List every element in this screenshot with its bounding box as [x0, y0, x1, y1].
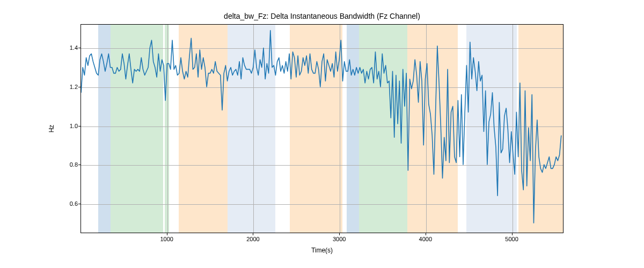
xtick-label: 2000	[246, 236, 259, 242]
chart-container: delta_bw_Fz: Delta Instantaneous Bandwid…	[0, 0, 644, 268]
series-path	[81, 31, 561, 223]
ytick-label: 0.8	[59, 161, 78, 168]
xtick-label: 4000	[419, 236, 432, 242]
x-axis-label: Time(s)	[311, 247, 333, 254]
y-axis-label: Hz	[48, 125, 55, 133]
xtick-label: 3000	[333, 236, 346, 242]
xtick-mark	[339, 233, 340, 235]
ytick-label: 1.4	[59, 44, 78, 51]
xtick-label: 5000	[505, 236, 518, 242]
ytick-label: 0.6	[59, 200, 78, 207]
line-series	[81, 25, 563, 233]
ytick-mark	[78, 165, 80, 165]
ytick-mark	[78, 204, 80, 204]
xtick-mark	[426, 233, 426, 235]
xtick-label: 1000	[160, 236, 173, 242]
ytick-mark	[78, 87, 80, 87]
xtick-mark	[167, 233, 167, 235]
chart-title: delta_bw_Fz: Delta Instantaneous Bandwid…	[0, 12, 644, 20]
ytick-label: 1.0	[59, 123, 78, 129]
ytick-mark	[78, 48, 80, 48]
ytick-label: 1.2	[59, 84, 78, 90]
plot-area	[80, 24, 564, 233]
xtick-mark	[253, 233, 253, 235]
ytick-mark	[78, 126, 80, 126]
xtick-mark	[512, 233, 513, 235]
